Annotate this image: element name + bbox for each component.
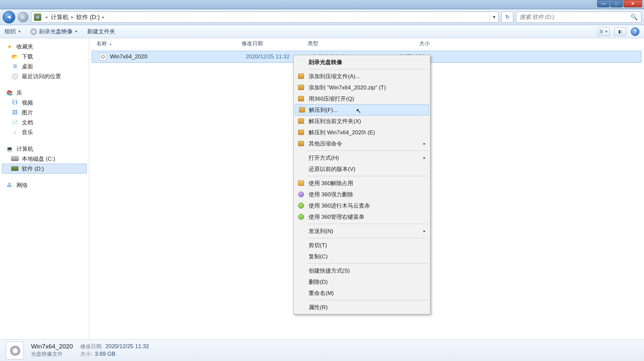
details-pane: Win7x64_2020 光盘映像文件 修改日期:2020/12/25 11:3…: [0, 339, 644, 361]
view-options-button[interactable]: ☰ ▼: [598, 27, 610, 36]
ctx-360-manage-menu[interactable]: 使用 360管理右键菜单: [294, 211, 429, 222]
navigation-pane: ★收藏夹 📂下载 🖥桌面 🕘最近访问的位置 📚库 🎞视频 🖼图片 📄文档 ♪音乐…: [0, 38, 89, 339]
separator: [307, 150, 428, 151]
burn-label: 刻录光盘映像: [39, 28, 73, 35]
context-menu: 刻录光盘映像 添加到压缩文件(A)... 添加到 "Win7x64_2020.z…: [293, 55, 430, 314]
ctx-delete[interactable]: 删除(D): [294, 276, 429, 287]
nav-back-button[interactable]: ◄: [3, 11, 15, 23]
column-name[interactable]: 名称▲: [96, 40, 242, 47]
new-folder-button[interactable]: 新建文件夹: [87, 28, 115, 35]
submenu-arrow-icon: ▸: [424, 155, 425, 160]
picture-icon: 🖼: [11, 109, 18, 116]
sidebar-computer-header[interactable]: 💻计算机: [0, 144, 89, 154]
details-size-label: 大小:: [80, 351, 92, 358]
ctx-360-force-delete[interactable]: 使用 360强力删除: [294, 189, 429, 200]
details-filename: Win7x64_2020: [31, 343, 73, 350]
search-input[interactable]: [520, 14, 630, 20]
search-box[interactable]: 🔍: [516, 12, 641, 23]
ctx-extract-here[interactable]: 解压到当前文件夹(X): [294, 115, 429, 127]
chevron-down-icon: ▼: [18, 30, 21, 33]
command-bar: 组织 ▼ 刻录光盘映像 ▼ 新建文件夹 ☰ ▼ ◧ ?: [0, 25, 644, 38]
column-headers: 名称▲ 修改日期 类型 大小: [89, 38, 644, 49]
360-icon: [298, 203, 304, 209]
chevron-right-icon: ▸: [44, 15, 50, 19]
separator: [307, 300, 428, 300]
refresh-button[interactable]: ↻: [501, 12, 513, 23]
file-name: Win7x64_2020: [110, 53, 246, 60]
ctx-extract-to-named[interactable]: 解压到 Win7x64_2020\ (E): [294, 127, 429, 138]
window-titlebar: — □ ✕: [0, 0, 644, 9]
ctx-other-compress[interactable]: 其他压缩命令▸: [294, 138, 429, 149]
archive-icon: [298, 118, 304, 124]
organize-menu[interactable]: 组织 ▼: [5, 28, 21, 35]
ctx-restore-previous[interactable]: 还原以前的版本(V): [294, 163, 429, 175]
sidebar-downloads[interactable]: 📂下载: [0, 51, 89, 61]
file-list-pane: 名称▲ 修改日期 类型 大小 Win7x64_2020 2020/12/25 1…: [89, 38, 644, 339]
sidebar-drive-d[interactable]: 软件 (D:): [2, 164, 87, 174]
archive-icon: [298, 85, 304, 90]
address-bar[interactable]: ▸ 计算机 ▸ 软件 (D:) ▸ ▾: [31, 12, 499, 23]
sidebar-videos[interactable]: 🎞视频: [0, 98, 89, 108]
recent-icon: 🕘: [11, 73, 18, 80]
ctx-add-to-archive[interactable]: 添加到压缩文件(A)...: [294, 71, 429, 82]
archive-icon: [298, 96, 304, 101]
column-type[interactable]: 类型: [308, 40, 374, 47]
search-icon: 🔍: [630, 14, 638, 21]
document-icon: 📄: [11, 119, 18, 126]
ctx-open-with-360zip[interactable]: 用360压缩打开(Q): [294, 93, 429, 104]
window-minimize-button[interactable]: —: [597, 0, 610, 7]
ctx-send-to[interactable]: 发送到(N)▸: [294, 225, 429, 237]
chevron-down-icon: ▼: [75, 30, 78, 33]
sidebar-network-header[interactable]: 🖧网络: [0, 180, 89, 190]
column-date[interactable]: 修改日期: [242, 40, 308, 47]
desktop-icon: 🖥: [11, 63, 18, 70]
sidebar-pictures[interactable]: 🖼图片: [0, 108, 89, 117]
window-maximize-button[interactable]: □: [610, 0, 623, 7]
library-icon: 📚: [6, 89, 13, 96]
chevron-right-icon: ▸: [100, 15, 107, 19]
star-icon: ★: [6, 43, 13, 50]
ctx-rename[interactable]: 重命名(M): [294, 287, 429, 299]
ctx-properties[interactable]: 属性(R): [294, 302, 429, 313]
ctx-open-with[interactable]: 打开方式(H)▸: [294, 152, 429, 163]
column-size[interactable]: 大小: [374, 40, 430, 47]
chevron-right-icon: ▸: [69, 15, 76, 19]
ctx-create-shortcut[interactable]: 创建快捷方式(S): [294, 265, 429, 276]
breadcrumb-root[interactable]: 计算机: [50, 12, 69, 22]
drive-icon: [11, 156, 18, 161]
computer-icon: 💻: [6, 146, 13, 152]
360-icon: [298, 180, 304, 186]
submenu-arrow-icon: ▸: [424, 141, 425, 146]
sidebar-libraries-header[interactable]: 📚库: [0, 88, 89, 98]
nav-forward-button[interactable]: ►: [18, 12, 28, 22]
breadcrumb-folder[interactable]: 软件 (D:): [76, 12, 100, 22]
ctx-copy[interactable]: 复制(C): [294, 251, 429, 262]
separator: [307, 69, 428, 69]
organize-label: 组织: [5, 28, 16, 35]
preview-pane-button[interactable]: ◧: [614, 27, 626, 36]
separator: [307, 238, 428, 238]
separator: [307, 263, 428, 264]
network-icon: 🖧: [6, 182, 13, 188]
sidebar-desktop[interactable]: 🖥桌面: [0, 61, 89, 71]
ctx-cut[interactable]: 剪切(T): [294, 240, 429, 251]
details-size-value: 3.69 GB: [95, 351, 115, 357]
sidebar-music[interactable]: ♪音乐: [0, 127, 89, 137]
ctx-add-to-zip[interactable]: 添加到 "Win7x64_2020.zip" (T): [294, 82, 429, 93]
sidebar-drive-c[interactable]: 本地磁盘 (C:): [0, 154, 89, 164]
archive-icon: [298, 130, 304, 135]
archive-icon: [298, 141, 304, 146]
sidebar-recent[interactable]: 🕘最近访问的位置: [0, 71, 89, 81]
burn-disc-image-button[interactable]: 刻录光盘映像 ▼: [30, 28, 78, 35]
details-date-value: 2020/12/25 11:32: [105, 343, 149, 350]
help-button[interactable]: ?: [631, 27, 639, 36]
ctx-burn-disc-image[interactable]: 刻录光盘映像: [294, 56, 429, 68]
sidebar-documents[interactable]: 📄文档: [0, 117, 89, 127]
window-close-button[interactable]: ✕: [624, 0, 642, 7]
disc-icon: [30, 28, 37, 35]
ctx-360-scan[interactable]: 使用 360进行木马云查杀: [294, 200, 429, 211]
address-dropdown[interactable]: ▾: [489, 12, 498, 22]
sidebar-favorites-header[interactable]: ★收藏夹: [0, 42, 89, 51]
ctx-extract-to[interactable]: 解压到(F)...: [295, 104, 429, 115]
ctx-360-unlock[interactable]: 使用 360解除占用: [294, 178, 429, 189]
